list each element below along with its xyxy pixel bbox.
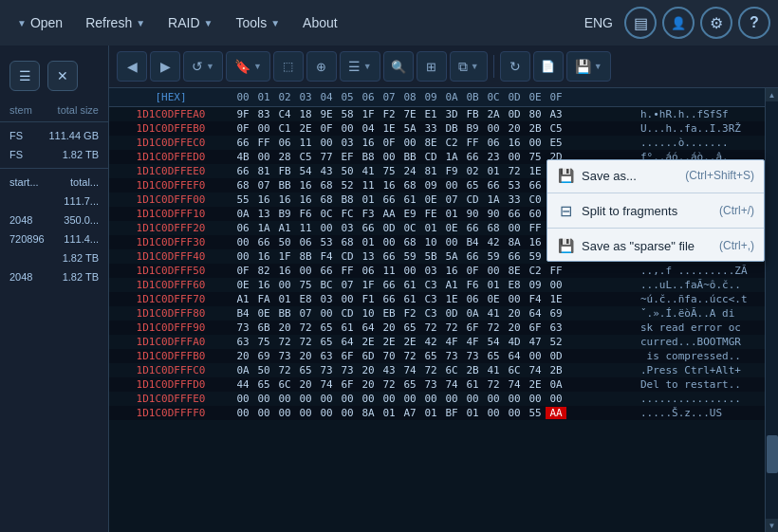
sidebar-footer-5[interactable]: 1.82 TB [0, 248, 108, 267]
block-btn[interactable]: ⬚ [273, 51, 304, 82]
hex-byte: 2E [379, 336, 399, 348]
reload-btn[interactable]: ↻ [500, 51, 530, 82]
hex-byte: 2B [546, 364, 566, 376]
hex-byte: 0E [420, 193, 441, 206]
scrollbar-up-btn[interactable]: ▲ [766, 88, 779, 101]
hex-byte: EB [379, 307, 399, 320]
hex-row: 1D1C0DFFEC066FF06110003160F008EC2FF06160… [109, 136, 765, 150]
hex-byte: 77 [316, 151, 337, 163]
sidebar-footer-1[interactable]: start... total... [0, 173, 108, 192]
hex-byte-row: 6375727265642E2E2E424F4F544D4752 [232, 336, 637, 348]
hex-byte: 1E [546, 293, 566, 305]
hex-byte: 8E [420, 137, 441, 149]
col-hdr-02: 02 [274, 91, 295, 103]
hex-byte: 6D [358, 350, 379, 362]
hex-byte: E8 [504, 279, 525, 291]
hex-address: 1D1C0DFFF90 [109, 321, 232, 335]
hex-byte: 65 [462, 179, 483, 192]
ctx-save-as[interactable]: 💾 Save as... (Ctrl+Shift+S) [547, 160, 764, 191]
hex-byte: 66 [358, 222, 379, 234]
forward-btn[interactable]: ▶ [150, 51, 180, 82]
sidebar-close-btn[interactable]: ✕ [47, 61, 78, 91]
hex-address: 1D1C0DFFFF0 [109, 406, 232, 420]
sidebar-item-fs2[interactable]: FS 1.82 TB [0, 145, 108, 164]
ctx-save-sparse[interactable]: 💾 Save as "sparse" file (Ctrl+,) [547, 230, 764, 261]
menu-refresh[interactable]: Refresh ▼ [76, 11, 155, 34]
sidebar-menu-btn[interactable]: ☰ [9, 61, 40, 91]
menu-raid[interactable]: RAID ▼ [158, 11, 222, 34]
hex-byte: 66 [379, 279, 399, 291]
hex-address: 1D1C0DFFF40 [109, 249, 232, 264]
scrollbar-track[interactable] [766, 101, 779, 519]
menu-open[interactable]: ▼ Open [8, 11, 72, 34]
hex-byte: 20 [358, 364, 379, 376]
language-selector[interactable]: ENG [577, 11, 621, 34]
hex-byte: 00 [462, 393, 483, 405]
bookmark-btn[interactable]: 🔖▼ [226, 51, 270, 82]
hex-byte: 00 [316, 407, 337, 419]
hex-byte: A7 [399, 407, 420, 419]
hex-byte: 01 [420, 222, 441, 234]
hex-byte: 60 [525, 208, 546, 220]
search-btn[interactable]: 🔍 [383, 51, 414, 82]
hex-address: 1D1C0DFFF80 [109, 306, 232, 321]
scrollbar-down-btn[interactable]: ▼ [766, 519, 779, 532]
hex-table[interactable]: [HEX] 000102030405060708090A0B0C0D0E0F 1… [109, 88, 765, 532]
col-hdr-0C: 0C [483, 91, 504, 103]
grid-btn[interactable]: ⊞ [417, 51, 447, 82]
hex-byte: 65 [483, 350, 504, 362]
sidebar-footer-3[interactable]: 2048 350.0... [0, 211, 108, 229]
sidebar-footer-2[interactable]: 111.7... [0, 192, 108, 211]
hex-byte: FA [253, 293, 274, 305]
hex-byte: 01 [483, 279, 504, 291]
hex-byte: 69 [546, 307, 566, 320]
menu-tools[interactable]: Tools ▼ [226, 11, 289, 34]
hex-byte: 00 [253, 151, 274, 163]
nav-btn[interactable]: ⊕ [306, 51, 337, 82]
hex-byte: 0A [232, 364, 253, 376]
hex-byte: 0E [253, 307, 274, 320]
hex-byte: 00 [295, 407, 316, 419]
hex-byte: 00 [504, 151, 525, 163]
hex-byte: 02 [462, 165, 483, 177]
hex-address: 1D1C0DFFEF0 [109, 178, 232, 193]
hex-byte: 03 [420, 265, 441, 277]
settings-button[interactable]: ⚙ [700, 7, 732, 39]
hex-byte: 82 [253, 265, 274, 277]
hex-byte: 68 [316, 193, 337, 206]
sidebar-footer-4[interactable]: 720896 111.4... [0, 229, 108, 248]
list-btn[interactable]: ☰▼ [340, 51, 380, 82]
menu-about[interactable]: About [293, 11, 347, 34]
sidebar-item-fs1[interactable]: FS 111.44 GB [0, 126, 108, 145]
save-as-icon: 💾 [557, 167, 574, 184]
copy-dropdown-arrow: ▼ [471, 62, 479, 71]
hex-byte: C5 [295, 151, 316, 163]
ctx-split[interactable]: ⊟ Split to fragments (Ctrl+/) [547, 195, 764, 226]
file-btn[interactable]: 📄 [533, 51, 564, 82]
hex-byte: FF [253, 137, 274, 149]
user-button[interactable]: 👤 [662, 7, 695, 39]
hex-byte: 73 [337, 364, 358, 376]
hex-scrollbar[interactable]: ▲ ▼ [765, 88, 778, 532]
scrollbar-thumb[interactable] [767, 435, 778, 473]
sidebar-footer-6[interactable]: 2048 1.82 TB [0, 267, 108, 286]
hex-byte: 50 [274, 236, 295, 248]
terminal-button[interactable]: ▤ [624, 7, 657, 39]
hex-byte: 72 [420, 321, 441, 334]
hex-byte: 03 [337, 137, 358, 149]
hex-byte: 72 [274, 336, 295, 348]
copy-btn[interactable]: ⧉▼ [450, 51, 488, 82]
save-btn[interactable]: 💾▼ [566, 51, 611, 82]
hex-byte: 44 [232, 378, 253, 391]
hex-byte: 16 [504, 137, 525, 149]
hex-byte: 68 [337, 236, 358, 248]
refresh-tool-btn[interactable]: ↺▼ [183, 51, 223, 82]
hex-byte: A1 [232, 293, 253, 305]
help-button[interactable]: ? [738, 7, 770, 39]
hex-byte: 0D [546, 350, 566, 362]
hex-byte: 00 [274, 407, 295, 419]
hex-byte: 65 [399, 378, 420, 391]
back-btn[interactable]: ◀ [117, 51, 147, 82]
hex-byte: F6 [462, 279, 483, 291]
hex-byte: CD [462, 193, 483, 206]
